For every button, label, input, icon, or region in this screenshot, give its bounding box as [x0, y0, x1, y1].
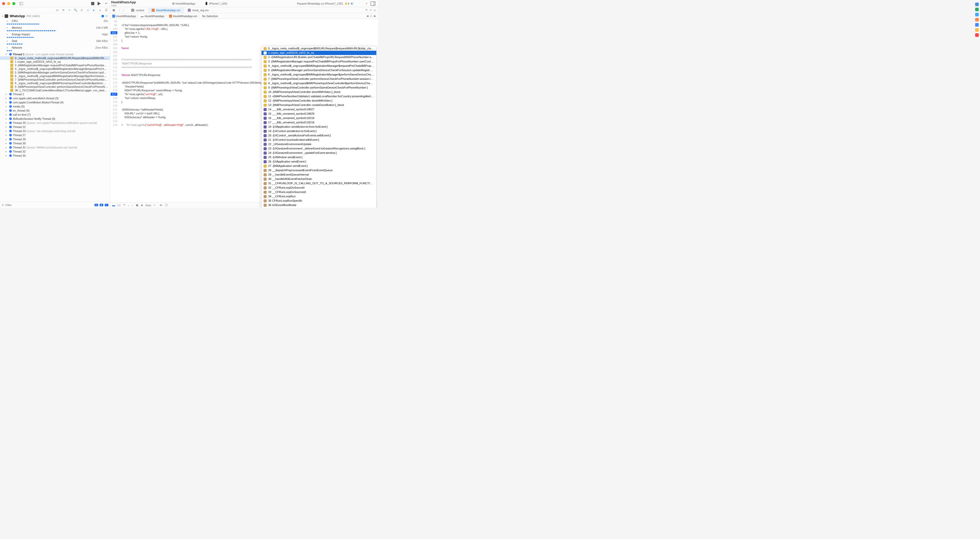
step-over-icon[interactable]: ↷: [123, 203, 125, 207]
report-nav-icon[interactable]: ☰: [104, 8, 108, 12]
editor-tab[interactable]: HookWhatsApp.xm: [148, 8, 184, 13]
sidebar-toggle-icon[interactable]: [19, 2, 23, 5]
stack-frame-row[interactable]: 6 _logos_method$_ungrouped$WARegistratio…: [0, 74, 110, 78]
info-icon[interactable]: ⓘ: [165, 203, 168, 207]
stack-frame-row[interactable]: 0 _logos_meta_method$_ungrouped$NSURLReq…: [0, 56, 110, 60]
app-icon[interactable]: [975, 33, 979, 37]
popup-frame-row[interactable]: 33 __CFRunLoopDoSources0: [261, 190, 376, 194]
breakpoint-nav-icon[interactable]: ⎋: [98, 8, 102, 12]
gauge-row[interactable]: ▪ CPU 0%: [0, 19, 110, 23]
gauge-row[interactable]: ▪ Disk 684 KB/s: [0, 39, 110, 43]
popup-frame-row[interactable]: 25 -[UIWindow sendEvent:]: [261, 155, 376, 159]
jumpbar-seg-3[interactable]: No Selection: [202, 14, 218, 17]
jump-bar[interactable]: HookWhatsApp 〉 ▬ HookWhatsApp 〉 HookWhat…: [110, 13, 378, 19]
filter-input[interactable]: [5, 203, 93, 206]
popup-frame-row[interactable]: 35 CFRunLoopRunSpecific: [261, 198, 376, 203]
thread-row[interactable]: ▸ Thread 22: [0, 125, 110, 129]
thread-row[interactable]: ▸ Thread 30: [0, 141, 110, 145]
line-gutter[interactable]: 9899100101102103104105106107108109110111…: [110, 19, 119, 202]
thread-row[interactable]: ▸ AVAudioSession Notify Thread (8): [0, 117, 110, 121]
continue-icon[interactable]: ▷|: [118, 203, 120, 207]
popup-frame-row[interactable]: 0 _logos_meta_method$_ungrouped$NSURLReq…: [261, 46, 376, 51]
popup-frame-row[interactable]: 30 __handleHIDEventFetcherDrain: [261, 177, 376, 181]
process-header[interactable]: ▾ WhatsApp PID 14619 ⟳: [0, 13, 110, 19]
tab-action-2-icon[interactable]: ≡: [370, 8, 371, 12]
visibility-icon[interactable]: 👁: [159, 204, 162, 207]
app-icon[interactable]: [975, 28, 979, 32]
popup-frame-row[interactable]: 10 -[WAPhoneInputViewController doneWith…: [261, 90, 376, 94]
thread-row[interactable]: ▸ media (5): [0, 105, 110, 108]
popup-frame-row[interactable]: 9 -[WAPhoneInputViewController performSa…: [261, 86, 376, 90]
stack-frame-popup[interactable]: 0 _logos_meta_method$_ungrouped$NSURLReq…: [261, 46, 377, 208]
chevron-right-icon[interactable]: ▸: [6, 109, 8, 112]
chevron-right-icon[interactable]: ▸: [6, 122, 8, 124]
tab-action-3-icon[interactable]: ▭: [374, 8, 376, 12]
jumpbar-seg-2[interactable]: HookWhatsApp.xm: [173, 14, 197, 17]
stack-frame-row[interactable]: 3 -[WARegistrationManager requestPreChat…: [0, 63, 110, 67]
popup-frame-row[interactable]: 11 +[WAPhoneNumber(Validator) validateLo…: [261, 94, 376, 98]
gauge-row[interactable]: ▪ Memory 136.4 MB: [0, 25, 110, 30]
thread-row[interactable]: ▸ ev_thread (6): [0, 108, 110, 113]
app-icon[interactable]: [975, 8, 979, 11]
popup-frame-row[interactable]: 17 ___lldb_unnamed_symbol118216: [261, 120, 376, 125]
popup-frame-row[interactable]: 22 _UIGestureEnvironmentUpdate: [261, 142, 376, 146]
safari-icon[interactable]: [975, 13, 979, 16]
device-selector[interactable]: 📱 iPhone7_1331: [202, 1, 230, 6]
popup-frame-row[interactable]: 12 -[WAPhoneInputViewController doneWith…: [261, 98, 376, 103]
run-button[interactable]: [96, 1, 102, 6]
issue-nav-icon[interactable]: ⚠: [80, 8, 84, 12]
gauge-row[interactable]: ▪ Energy Impact High: [0, 32, 110, 36]
filter-opt-3-icon[interactable]: ☰: [105, 204, 108, 206]
thread-row[interactable]: ▸ com.apple.uikit.eventfetch-thread (3): [0, 96, 110, 100]
editor-tab[interactable]: control: [127, 8, 148, 13]
popup-frame-row[interactable]: 29 __handleEventQueueInternal: [261, 173, 376, 177]
gauge-row[interactable]: ▪ Network Zero KB/s: [0, 46, 110, 50]
popup-frame-row[interactable]: 23 -[UIGestureEnvironment _deliverEvent:…: [261, 146, 376, 151]
chevron-right-icon[interactable]: ▸: [6, 97, 8, 100]
stack-frame-row[interactable]: 38 -[_TtC21WAChatContextMenuMain17Contex…: [0, 89, 110, 92]
popup-frame-row[interactable]: 28 __dispatchPreprocessedEventFromEventQ…: [261, 168, 376, 173]
thread-row[interactable]: ▸ Thread 29: [0, 137, 110, 141]
chevron-right-icon[interactable]: ▸: [6, 142, 8, 144]
editor-tab[interactable]: hook_reg.xm: [184, 8, 213, 13]
jumpbar-seg-0[interactable]: HookWhatsApp: [116, 14, 136, 17]
close-button[interactable]: [2, 2, 5, 5]
popup-frame-row[interactable]: 16 ___lldb_unnamed_symbol118216: [261, 116, 376, 120]
tab-action-1-icon[interactable]: ⇱: [366, 8, 368, 12]
filter-opt-1-icon[interactable]: ⊟: [94, 204, 98, 206]
next-issue-icon[interactable]: ▶: [374, 14, 376, 17]
warning-badge[interactable]: ⚠ 6: [345, 2, 349, 5]
popup-frame-row[interactable]: 20 -[UIControl _sendActionsForEvents:wit…: [261, 133, 376, 138]
thread-row[interactable]: ▸ call ev thrd (7): [0, 113, 110, 117]
chevron-right-icon[interactable]: ▸: [6, 154, 8, 157]
popup-frame-row[interactable]: 3 -[WARegistrationManager requestPreChat…: [261, 59, 376, 64]
chevron-right-icon[interactable]: ▸: [6, 126, 8, 128]
filter-opt-2-icon[interactable]: ⊞: [100, 204, 103, 206]
auto-label[interactable]: Auto: [145, 204, 151, 207]
related-items-icon[interactable]: ▦: [112, 8, 116, 12]
popup-frame-row[interactable]: 14 ___lldb_unnamed_symbol118027: [261, 107, 376, 112]
debug-toggle-icon[interactable]: ▬: [112, 204, 115, 207]
thread-row[interactable]: ▸ com.apple.CoreMotion.MotionThread (4): [0, 100, 110, 105]
chevron-down-icon[interactable]: ▾: [6, 53, 8, 55]
chevron-right-icon[interactable]: ▸: [6, 134, 8, 136]
thread-row[interactable]: ▸ Thread 32: [0, 149, 110, 154]
stack-frame-row[interactable]: 5 -[WARegistrationManager performSameDev…: [0, 71, 110, 74]
thread-row[interactable]: ▸ Thread 33: [0, 154, 110, 158]
popup-frame-row[interactable]: 27 -[WAApplication sendEvent:]: [261, 164, 376, 168]
popup-frame-row[interactable]: 5 -[WARegistrationManager performSameDev…: [261, 68, 376, 73]
popup-frame-row[interactable]: 26 -[UIApplication sendEvent:]: [261, 159, 376, 164]
xcode-icon[interactable]: [975, 23, 979, 27]
chevron-right-icon[interactable]: ▸: [6, 150, 8, 153]
stack-frame-row[interactable]: 4 _logos_method$_ungrouped$WARegistratio…: [0, 67, 110, 71]
back-button[interactable]: ↩: [103, 1, 108, 6]
thread-row[interactable]: ▸ Thread 20 Queue: com.apple.Pasteboard.…: [0, 121, 110, 125]
memory-graph-icon[interactable]: ◈: [141, 203, 143, 207]
symbol-nav-icon[interactable]: ⌗: [67, 8, 72, 12]
refresh-icon[interactable]: ⟳: [105, 14, 108, 18]
popup-frame-row[interactable]: 13 -[WAPhoneInputViewController createDo…: [261, 103, 376, 107]
popup-frame-row[interactable]: 24 -[UIGestureEnvironment _updateForEven…: [261, 151, 376, 155]
chevron-right-icon[interactable]: ▸: [6, 93, 8, 95]
stack-frame-row[interactable]: 1 crypto_sign_ed25519_ref10_fe_sq: [0, 60, 110, 63]
test-nav-icon[interactable]: ◇: [86, 8, 90, 12]
